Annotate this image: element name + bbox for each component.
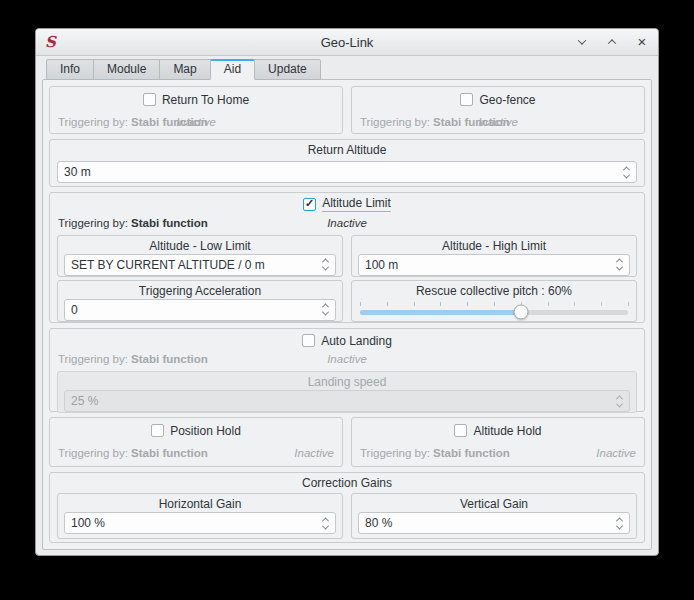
altitude-hold-label[interactable]: Altitude Hold [473, 424, 541, 438]
check-icon: ✓ [305, 198, 314, 209]
return-to-home-panel: ✓ Return To Home Triggering by: Stabi fu… [49, 86, 343, 134]
position-hold-check-row[interactable]: ✓ Position Hold [50, 422, 342, 439]
chevron-up-icon [608, 39, 616, 47]
position-hold-checkbox[interactable]: ✓ [151, 424, 164, 437]
auto-landing-trigger-row: Triggering by: Stabi function Inactive [57, 353, 637, 368]
triggering-by-text: Triggering by: Stabi function [58, 217, 208, 229]
triggering-by-text: Triggering by: Stabi function [360, 116, 510, 128]
altitude-low-limit-value: SET BY CURRENT ALTITUDE / 0 m [71, 258, 265, 272]
vertical-gain-title: Vertical Gain [358, 496, 630, 512]
geo-fence-panel: ✓ Geo-fence Triggering by: Stabi functio… [351, 86, 645, 134]
return-to-home-check-row[interactable]: ✓ Return To Home [50, 91, 342, 108]
position-hold-trigger-row: Triggering by: Stabi function Inactive [50, 447, 342, 462]
altitude-limit-label[interactable]: Altitude Limit [322, 196, 391, 212]
auto-landing-panel: ✓ Auto Landing Triggering by: Stabi func… [49, 328, 645, 412]
return-altitude-value: 30 m [64, 165, 91, 179]
aid-tab-content: ✓ Return To Home Triggering by: Stabi fu… [42, 79, 652, 550]
triggering-by-text: Triggering by: Stabi function [58, 353, 208, 365]
rescue-pitch-slider[interactable] [360, 300, 628, 324]
spin-down-icon [321, 522, 328, 529]
rescue-pitch-slider-handle[interactable] [513, 305, 528, 320]
spin-down-icon [615, 264, 622, 271]
altitude-high-limit-spinbox[interactable]: 100 m [358, 254, 630, 276]
altitude-hold-check-row[interactable]: ✓ Altitude Hold [352, 422, 644, 439]
spinner-buttons[interactable] [613, 513, 625, 533]
row-holds: ✓ Position Hold Triggering by: Stabi fun… [49, 417, 645, 467]
rescue-pitch-title: Rescue collective pitch : 60% [358, 283, 630, 299]
maximize-button[interactable] [605, 35, 619, 49]
tab-map[interactable]: Map [159, 59, 210, 80]
window-controls: × [575, 35, 649, 49]
landing-speed-group: Landing speed 25 % [57, 371, 637, 413]
return-altitude-spinbox[interactable]: 30 m [57, 161, 637, 183]
altitude-limit-subrow-1: Altitude - Low Limit SET BY CURRENT ALTI… [57, 235, 637, 277]
altitude-limit-check-row[interactable]: ✓ Altitude Limit [57, 196, 637, 213]
altitude-limit-trigger-row: Triggering by: Stabi function Inactive [57, 217, 637, 232]
return-to-home-label[interactable]: Return To Home [162, 93, 249, 107]
geo-fence-checkbox[interactable]: ✓ [460, 93, 473, 106]
rescue-pitch-slider-fill [360, 310, 521, 315]
triggering-by-text: Triggering by: Stabi function [58, 116, 208, 128]
close-button[interactable]: × [635, 35, 649, 49]
triggering-acceleration-group: Triggering Acceleration 0 [57, 280, 343, 322]
return-altitude-panel: Return Altitude 30 m [49, 139, 645, 187]
triggering-acceleration-value: 0 [71, 303, 78, 317]
window-title: Geo-Link [36, 35, 658, 50]
tab-update[interactable]: Update [254, 59, 321, 80]
vertical-gain-value: 80 % [365, 516, 392, 530]
correction-gains-subrow: Horizontal Gain 100 % Vertical Gain 80 % [57, 493, 637, 539]
auto-landing-check-row[interactable]: ✓ Auto Landing [57, 332, 637, 349]
landing-speed-title: Landing speed [64, 374, 630, 390]
spin-down-icon [615, 400, 622, 407]
correction-gains-panel: Correction Gains Horizontal Gain 100 % V… [49, 472, 645, 543]
landing-speed-spinbox[interactable]: 25 % [64, 390, 630, 412]
return-altitude-title: Return Altitude [57, 142, 637, 158]
altitude-high-limit-title: Altitude - High Limit [358, 238, 630, 254]
spinner-buttons[interactable] [613, 255, 625, 275]
spinner-buttons[interactable] [319, 300, 331, 320]
triggering-acceleration-title: Triggering Acceleration [64, 283, 336, 299]
geo-fence-label[interactable]: Geo-fence [479, 93, 535, 107]
spinner-buttons[interactable] [319, 255, 331, 275]
correction-gains-title: Correction Gains [57, 475, 637, 491]
spin-down-icon [622, 171, 629, 178]
horizontal-gain-group: Horizontal Gain 100 % [57, 493, 343, 539]
spinner-buttons[interactable] [620, 162, 632, 182]
altitude-low-limit-group: Altitude - Low Limit SET BY CURRENT ALTI… [57, 235, 343, 277]
auto-landing-checkbox[interactable]: ✓ [302, 334, 315, 347]
position-hold-label[interactable]: Position Hold [170, 424, 241, 438]
tab-bar: Info Module Map Aid Update [46, 59, 658, 80]
geo-fence-trigger-row: Triggering by: Stabi function Inactive [352, 116, 644, 131]
altitude-low-limit-title: Altitude - Low Limit [64, 238, 336, 254]
horizontal-gain-spinbox[interactable]: 100 % [64, 512, 336, 534]
horizontal-gain-title: Horizontal Gain [64, 496, 336, 512]
altitude-hold-checkbox[interactable]: ✓ [454, 424, 467, 437]
tab-aid[interactable]: Aid [210, 59, 255, 80]
tab-module[interactable]: Module [93, 59, 160, 80]
altitude-limit-subrow-2: Triggering Acceleration 0 Rescue collect… [57, 280, 637, 322]
triggering-by-text: Triggering by: Stabi function [360, 447, 510, 459]
auto-landing-label[interactable]: Auto Landing [321, 334, 392, 348]
triggering-by-text: Triggering by: Stabi function [58, 447, 208, 459]
close-icon: × [638, 34, 647, 49]
return-to-home-checkbox[interactable]: ✓ [143, 93, 156, 106]
landing-speed-value: 25 % [71, 394, 98, 408]
spinner-buttons[interactable] [613, 391, 625, 411]
titlebar[interactable]: S Geo-Link × [36, 29, 658, 56]
altitude-low-limit-spinbox[interactable]: SET BY CURRENT ALTITUDE / 0 m [64, 254, 336, 276]
altitude-high-limit-value: 100 m [365, 258, 398, 272]
tab-info[interactable]: Info [46, 59, 94, 80]
return-to-home-trigger-row: Triggering by: Stabi function Inactive [50, 116, 342, 131]
spin-down-icon [321, 264, 328, 271]
spinner-buttons[interactable] [319, 513, 331, 533]
chevron-down-icon [578, 36, 586, 44]
altitude-high-limit-group: Altitude - High Limit 100 m [351, 235, 637, 277]
row-home-fence: ✓ Return To Home Triggering by: Stabi fu… [49, 86, 645, 134]
horizontal-gain-value: 100 % [71, 516, 105, 530]
vertical-gain-spinbox[interactable]: 80 % [358, 512, 630, 534]
altitude-limit-checkbox[interactable]: ✓ [303, 198, 316, 211]
geo-fence-check-row[interactable]: ✓ Geo-fence [352, 91, 644, 108]
triggering-acceleration-spinbox[interactable]: 0 [64, 299, 336, 321]
rescue-pitch-group: Rescue collective pitch : 60% [351, 280, 637, 322]
minimize-button[interactable] [575, 35, 589, 49]
